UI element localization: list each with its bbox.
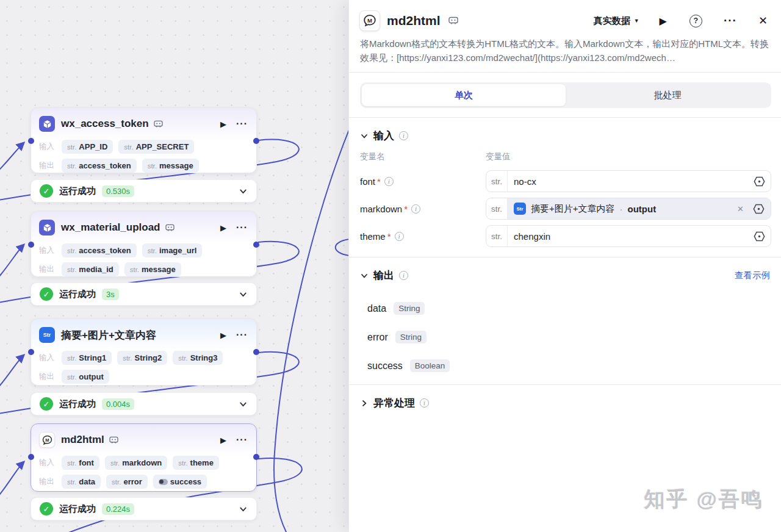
plugin-mask-icon bbox=[165, 224, 175, 232]
output-port[interactable] bbox=[253, 138, 259, 144]
param-input-box[interactable]: str. chengxin bbox=[486, 225, 771, 247]
node-header: M md2html ▶ ··· bbox=[39, 429, 248, 451]
input-section-header[interactable]: 输入 i bbox=[349, 118, 781, 143]
node-outputs-row: 输出 str.media_idstr.message bbox=[39, 262, 248, 276]
view-example-link[interactable]: 查看示例 bbox=[735, 270, 770, 281]
workflow-node-wx_access_token[interactable]: wx_access_token ▶ ··· 输入 str.APP_IDstr.A… bbox=[31, 107, 257, 173]
run-status-bar[interactable]: ✓ 运行成功 3s bbox=[31, 282, 257, 306]
output-port[interactable] bbox=[253, 454, 259, 460]
input-row-font: font * i str. no-cx bbox=[360, 170, 771, 192]
input-port[interactable] bbox=[28, 454, 34, 460]
node-header: Str 摘要+图片+文章内容 ▶ ··· bbox=[39, 324, 248, 346]
clear-reference-icon[interactable]: ✕ bbox=[737, 204, 744, 214]
chevron-down-icon[interactable] bbox=[239, 505, 248, 514]
info-icon[interactable]: i bbox=[384, 177, 394, 186]
tab-single[interactable]: 单次 bbox=[362, 84, 566, 106]
input-port[interactable] bbox=[28, 138, 34, 144]
exception-section-header[interactable]: 异常处理 i bbox=[349, 385, 781, 410]
value-input[interactable]: no-cx bbox=[508, 171, 749, 192]
workflow-node-摘要+图片+文章内容[interactable]: Str 摘要+图片+文章内容 ▶ ··· 输入 str.String1str.S… bbox=[31, 318, 257, 386]
param-input-box[interactable]: str. Str 摘要+图片+文章内容 · output ✕ bbox=[486, 198, 771, 220]
node-outputs-row: 输出 str.datastr.errorsuccess bbox=[39, 475, 248, 489]
variable-picker-icon[interactable] bbox=[749, 231, 771, 242]
data-mode-dropdown[interactable]: 真实数据 ▼ bbox=[594, 15, 639, 27]
type-badge: Boolean bbox=[410, 359, 450, 372]
param-label: markdown * i bbox=[360, 204, 486, 214]
info-icon[interactable]: i bbox=[399, 271, 408, 280]
help-icon[interactable]: ? bbox=[689, 15, 702, 27]
input-port[interactable] bbox=[28, 242, 34, 248]
output-row-error: error String bbox=[367, 331, 770, 343]
divider bbox=[349, 72, 781, 73]
node-config-panel: M md2html 真实数据 ▼ ▶ ? ··· ✕ 将Markdown格式的文… bbox=[348, 0, 781, 532]
param-chip: str.media_id bbox=[62, 262, 119, 276]
output-port[interactable] bbox=[253, 242, 259, 248]
caret-down-icon: ▼ bbox=[634, 18, 639, 24]
page-title: md2html bbox=[387, 13, 441, 28]
node-more-button[interactable]: ··· bbox=[236, 434, 248, 445]
param-chip: str.String1 bbox=[62, 351, 112, 365]
run-status-bar[interactable]: ✓ 运行成功 0.004s bbox=[31, 392, 257, 415]
run-status-bar[interactable]: ✓ 运行成功 0.530s bbox=[31, 179, 257, 203]
input-port[interactable] bbox=[28, 349, 34, 355]
success-check-icon: ✓ bbox=[40, 502, 53, 516]
value-input[interactable]: chengxin bbox=[508, 226, 749, 246]
param-chip: str.font bbox=[62, 456, 99, 470]
param-input-box[interactable]: str. no-cx bbox=[486, 170, 771, 192]
close-icon[interactable]: ✕ bbox=[758, 14, 768, 27]
required-asterisk: * bbox=[377, 176, 381, 187]
chevron-down-icon[interactable] bbox=[239, 187, 248, 196]
param-label: theme * i bbox=[360, 231, 486, 242]
exception-section-title: 异常处理 bbox=[373, 396, 415, 410]
info-icon[interactable]: i bbox=[420, 398, 429, 408]
str-icon: Str bbox=[39, 327, 55, 343]
node-inputs-row: 输入 str.APP_IDstr.APP_SECRET bbox=[39, 140, 248, 154]
node-more-button[interactable]: ··· bbox=[236, 118, 248, 129]
node-outputs-row: 输出 str.output bbox=[39, 370, 248, 384]
node-header: wx_access_token ▶ ··· bbox=[39, 113, 248, 135]
input-section-title: 输入 bbox=[373, 129, 394, 143]
tab-batch[interactable]: 批处理 bbox=[566, 84, 769, 106]
workflow-node-md2html[interactable]: M md2html ▶ ··· 输入 str.fontstr.markdowns… bbox=[31, 423, 257, 492]
success-check-icon: ✓ bbox=[40, 287, 53, 301]
info-icon[interactable]: i bbox=[399, 131, 408, 140]
node-run-button[interactable]: ▶ bbox=[220, 120, 226, 129]
str-plugin-icon: Str bbox=[514, 203, 526, 215]
variable-picker-icon[interactable] bbox=[749, 204, 770, 214]
run-button[interactable]: ▶ bbox=[660, 15, 667, 27]
node-more-button[interactable]: ··· bbox=[236, 222, 248, 233]
column-variable-name: 变量名 bbox=[360, 151, 486, 162]
output-row-data: data String bbox=[367, 302, 770, 315]
required-asterisk: * bbox=[404, 204, 408, 214]
param-chip: str.error bbox=[106, 475, 148, 489]
reference-value[interactable]: Str 摘要+图片+文章内容 · output ✕ bbox=[508, 198, 771, 219]
chevron-down-icon[interactable] bbox=[239, 400, 248, 409]
output-section-header[interactable]: 输出 i 查看示例 bbox=[349, 257, 781, 282]
run-mode-tabs: 单次 批处理 bbox=[360, 82, 771, 108]
param-chip: str.message bbox=[124, 262, 181, 276]
data-mode-label: 真实数据 bbox=[594, 15, 630, 27]
workflow-node-wx_material_upload[interactable]: wx_material_upload ▶ ··· 输入 str.access_t… bbox=[31, 211, 257, 277]
info-icon[interactable]: i bbox=[411, 204, 420, 214]
run-status-bar[interactable]: ✓ 运行成功 0.224s bbox=[31, 497, 257, 520]
input-columns: 变量名 变量值 bbox=[349, 143, 781, 165]
chevron-down-icon bbox=[360, 271, 369, 280]
workflow-canvas[interactable]: wx_access_token ▶ ··· 输入 str.APP_IDstr.A… bbox=[0, 0, 348, 532]
more-options-button[interactable]: ··· bbox=[724, 14, 737, 27]
node-more-button[interactable]: ··· bbox=[236, 329, 248, 340]
node-run-button[interactable]: ▶ bbox=[220, 223, 226, 232]
param-chip: str.APP_SECRET bbox=[118, 140, 194, 154]
variable-picker-icon[interactable] bbox=[749, 176, 771, 187]
bubble-icon: M bbox=[39, 432, 55, 448]
node-inputs-row: 输入 str.access_tokenstr.image_url bbox=[39, 243, 248, 257]
column-variable-value: 变量值 bbox=[486, 151, 511, 162]
node-run-button[interactable]: ▶ bbox=[220, 331, 226, 340]
duration-badge: 0.530s bbox=[102, 185, 134, 197]
output-section-title: 输出 bbox=[373, 268, 394, 282]
param-chip: str.image_url bbox=[142, 243, 203, 257]
node-run-button[interactable]: ▶ bbox=[220, 436, 226, 445]
chevron-down-icon[interactable] bbox=[239, 290, 248, 299]
info-icon[interactable]: i bbox=[395, 232, 404, 241]
node-inputs-row: 输入 str.String1str.String2str.String3 bbox=[39, 351, 248, 365]
output-port[interactable] bbox=[253, 349, 259, 355]
